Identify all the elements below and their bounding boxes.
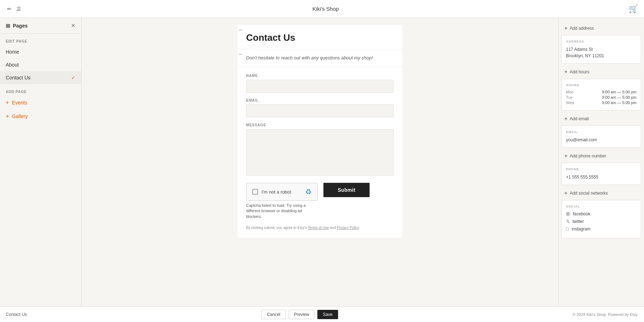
- sidebar-close-button[interactable]: ✕: [71, 22, 75, 29]
- captcha-error: Captcha failed to load. Try using a diff…: [246, 203, 311, 219]
- cart-icon[interactable]: 🛒: [629, 4, 638, 14]
- topbar: ✏ ☰ Kiki's Shop 🛒: [0, 0, 644, 18]
- captcha-row: I'm not a robot ♻ Captcha failed to load…: [246, 183, 394, 219]
- add-events-icon: +: [6, 99, 9, 106]
- cancel-button[interactable]: Cancel: [262, 310, 286, 319]
- add-phone-button[interactable]: + Add phone number: [558, 149, 644, 163]
- hours-time-wed: 9:00 am — 5:00 pm: [602, 101, 636, 105]
- hours-day-wed: Wed: [566, 101, 577, 105]
- add-hours-button[interactable]: + Add hours: [558, 65, 644, 79]
- sidebar: ▤ Pages ✕ EDIT PAGE Home About Contact U…: [0, 18, 82, 306]
- add-address-icon: +: [564, 25, 567, 31]
- title-edit-pencil[interactable]: ✏: [239, 28, 242, 33]
- sidebar-header: ▤ Pages ✕: [0, 18, 81, 34]
- add-social-label: Add social networks: [570, 191, 608, 196]
- facebook-icon: ⊞: [566, 211, 570, 216]
- list-icon[interactable]: ☰: [15, 5, 23, 13]
- sidebar-header-title: ▤ Pages: [6, 23, 28, 29]
- terms-link[interactable]: Terms of Use: [308, 226, 329, 230]
- captcha-label: I'm not a robot: [262, 189, 291, 195]
- sidebar-add-events[interactable]: + Events: [0, 96, 81, 109]
- social-section: + Add social networks SOCIAL ⊞ facebook …: [558, 186, 644, 238]
- instagram-label: instagram: [572, 226, 591, 231]
- add-address-button[interactable]: + Add address: [558, 21, 644, 35]
- hours-day-mon: Mon: [566, 90, 577, 94]
- instagram-icon: □: [566, 226, 569, 231]
- edit-page-label: EDIT PAGE: [0, 34, 81, 45]
- preview-button[interactable]: Preview: [289, 310, 315, 319]
- sidebar-title: Pages: [13, 23, 28, 29]
- social-row-twitter: 𝕏 twitter: [566, 219, 636, 224]
- form-body: NAME EMAIL MESSAGE I'm not a robot ♻: [238, 67, 402, 238]
- address-card-label: ADDRESS: [566, 40, 636, 43]
- bottom-bar-actions: Cancel Preview Save: [262, 310, 338, 319]
- hours-card: HOURS Mon 9:00 am — 5:00 pm Tue 9:00 am …: [561, 79, 641, 111]
- add-gallery-label: Gallery: [12, 113, 28, 119]
- add-phone-icon: +: [564, 153, 567, 159]
- bottom-page-label: Contact Us: [6, 312, 27, 317]
- submit-button[interactable]: Submit: [323, 183, 370, 197]
- add-email-button[interactable]: + Add email: [558, 112, 644, 126]
- message-label: MESSAGE: [246, 123, 394, 127]
- hours-section: + Add hours HOURS Mon 9:00 am — 5:00 pm …: [558, 65, 644, 111]
- hours-row-mon: Mon 9:00 am — 5:00 pm: [566, 90, 636, 94]
- sidebar-item-contact-label: Contact Us: [6, 75, 30, 80]
- add-events-label: Events: [12, 100, 27, 106]
- message-textarea[interactable]: [246, 129, 394, 176]
- hours-day-tue: Tue: [566, 95, 577, 99]
- captcha-checkbox[interactable]: [252, 189, 258, 195]
- social-card: SOCIAL ⊞ facebook 𝕏 twitter □ instagram: [561, 200, 641, 238]
- main-layout: ▤ Pages ✕ EDIT PAGE Home About Contact U…: [0, 18, 644, 306]
- toolbar-icons: ✏ ☰: [6, 5, 23, 13]
- email-value: you@email.com: [566, 137, 636, 143]
- facebook-label: facebook: [573, 211, 590, 216]
- add-gallery-icon: +: [6, 113, 9, 119]
- sidebar-add-gallery[interactable]: + Gallery: [0, 109, 81, 123]
- sidebar-item-about[interactable]: About: [0, 58, 81, 71]
- hours-time-mon: 9:00 am — 5:00 pm: [602, 90, 636, 94]
- add-email-label: Add email: [570, 116, 589, 121]
- social-row-facebook: ⊞ facebook: [566, 211, 636, 216]
- add-social-button[interactable]: + Add social networks: [558, 186, 644, 200]
- recaptcha-logo: ♻: [305, 187, 312, 196]
- hours-time-tue: 9:00 am — 5:00 pm: [602, 95, 636, 99]
- privacy-link[interactable]: Privacy Policy: [337, 226, 359, 230]
- footer-text: By clicking submit, you agree to Etsy's: [246, 226, 308, 230]
- form-page-title: Contact Us: [246, 32, 394, 43]
- edit-area: ✏ Contact Us ✏ Don't hesitate to reach o…: [82, 18, 644, 306]
- form-desc-block: ✏ Don't hesitate to reach out with any q…: [238, 49, 402, 67]
- email-section: + Add email EMAIL you@email.com: [558, 112, 644, 148]
- twitter-label: twitter: [572, 219, 584, 224]
- email-card: EMAIL you@email.com: [561, 126, 641, 148]
- add-hours-label: Add hours: [570, 69, 589, 74]
- email-input[interactable]: [246, 104, 394, 117]
- sidebar-item-home[interactable]: Home: [0, 45, 81, 58]
- topbar-left: ✏ ☰: [6, 5, 23, 13]
- add-phone-label: Add phone number: [570, 153, 606, 158]
- save-button[interactable]: Save: [317, 310, 338, 319]
- name-input[interactable]: [246, 80, 394, 93]
- address-section: + Add address ADDRESS 117 Adams St Brook…: [558, 21, 644, 64]
- hours-card-label: HOURS: [566, 83, 636, 87]
- desc-edit-pencil[interactable]: ✏: [239, 52, 242, 57]
- add-email-icon: +: [564, 116, 567, 122]
- footer-and: and: [330, 226, 337, 230]
- form-canvas: ✏ Contact Us ✏ Don't hesitate to reach o…: [238, 25, 402, 238]
- pages-icon: ▤: [6, 23, 10, 28]
- sidebar-item-contact[interactable]: Contact Us ✓: [0, 71, 81, 84]
- twitter-icon: 𝕏: [566, 219, 570, 224]
- copyright-text: © 2024 Kiki's Shop. Powered by Etsy.: [572, 312, 638, 317]
- form-header-block: ✏ Contact Us: [238, 25, 402, 49]
- captcha-box[interactable]: I'm not a robot ♻: [246, 183, 318, 201]
- address-card: ADDRESS 117 Adams St Brooklyn, NY 11201: [561, 35, 641, 64]
- hours-row-wed: Wed 9:00 am — 5:00 pm: [566, 101, 636, 105]
- contact-info-sidebar: + Add address ADDRESS 117 Adams St Brook…: [558, 18, 644, 306]
- bottom-bar: Contact Us Cancel Preview Save © 2024 Ki…: [0, 306, 644, 322]
- add-address-label: Add address: [570, 26, 594, 31]
- form-section: ✏ Contact Us ✏ Don't hesitate to reach o…: [82, 18, 558, 306]
- form-description: Don't hesitate to reach out with any que…: [246, 55, 394, 60]
- pencil-icon[interactable]: ✏: [6, 5, 13, 13]
- phone-value: +1 555 555 5555: [566, 174, 636, 180]
- active-check-icon: ✓: [71, 75, 75, 80]
- add-social-icon: +: [564, 190, 567, 196]
